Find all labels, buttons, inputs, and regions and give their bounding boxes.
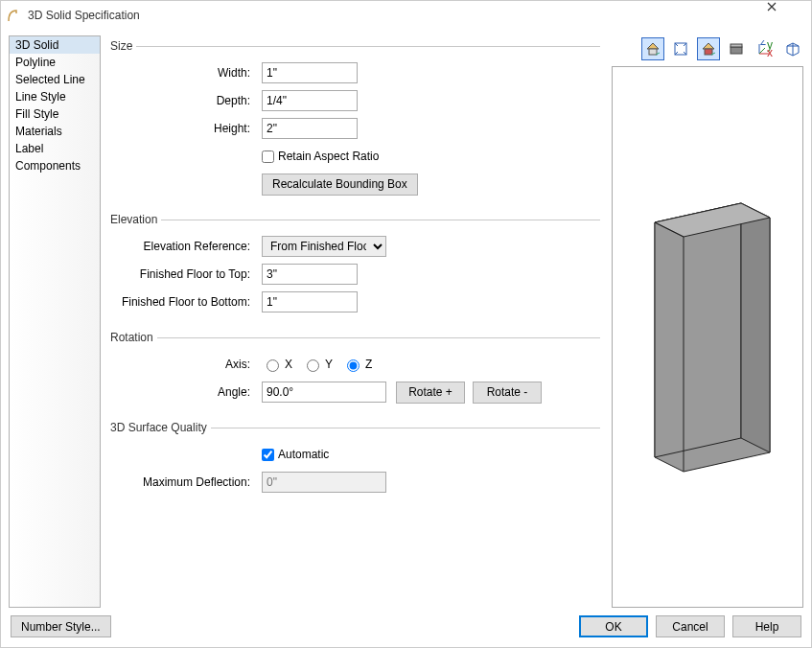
preview-column: zyx (612, 35, 803, 608)
sidebar-item-3d-solid[interactable]: 3D Solid (10, 36, 100, 54)
axis-y-radio[interactable]: Y (302, 357, 333, 372)
width-input[interactable] (262, 62, 358, 83)
size-group: Size Width: Depth: Height: (112, 39, 600, 199)
svg-rect-5 (731, 47, 742, 54)
category-list: 3D Solid Polyline Selected Line Line Sty… (10, 36, 100, 607)
recalculate-button[interactable]: Recalculate Bounding Box (262, 174, 418, 196)
house-color-icon[interactable] (697, 37, 720, 60)
depth-input[interactable] (262, 90, 358, 111)
svg-marker-12 (741, 203, 770, 452)
automatic-checkbox[interactable]: Automatic (262, 448, 329, 461)
preview-toolbar: zyx (612, 35, 803, 62)
svg-text:z: z (760, 40, 766, 48)
automatic-input[interactable] (262, 449, 274, 461)
axis-radios: X Y Z (262, 357, 372, 372)
cancel-button[interactable]: Cancel (656, 615, 725, 637)
retain-aspect-checkbox[interactable]: Retain Aspect Ratio (262, 150, 379, 163)
svg-text:x: x (767, 46, 773, 58)
height-label: Height: (112, 122, 262, 135)
svg-marker-0 (647, 43, 659, 49)
automatic-label: Automatic (278, 448, 329, 461)
sidebar-item-line-style[interactable]: Line Style (10, 88, 100, 105)
surface-quality-group: 3D Surface Quality Automatic Maximum Def… (112, 421, 600, 498)
window-title: 3D Solid Specification (28, 9, 767, 22)
max-deflection-label: Maximum Deflection: (112, 475, 262, 489)
number-style-button[interactable]: Number Style... (11, 615, 111, 637)
retain-aspect-input[interactable] (262, 150, 274, 163)
size-legend: Size (110, 39, 136, 53)
close-button[interactable] (767, 2, 805, 29)
titlebar: 3D Solid Specification (1, 1, 811, 30)
fit-icon[interactable] (669, 37, 692, 60)
close-icon (767, 2, 777, 12)
sidebar-item-label[interactable]: Label (10, 140, 100, 157)
svg-rect-4 (705, 49, 712, 55)
rotate-minus-button[interactable]: Rotate - (473, 382, 542, 404)
sidebar-item-materials[interactable]: Materials (10, 123, 100, 140)
preview-3d-solid (626, 165, 789, 510)
sidebar-item-selected-line[interactable]: Selected Line (10, 71, 100, 88)
svg-marker-3 (703, 43, 714, 49)
svg-rect-1 (649, 49, 657, 55)
elevation-ref-label: Elevation Reference: (112, 240, 262, 253)
axis-label: Axis: (112, 358, 262, 371)
axis-x-radio[interactable]: X (262, 357, 292, 372)
height-input[interactable] (262, 118, 358, 139)
svg-marker-11 (655, 203, 741, 457)
retain-aspect-label: Retain Aspect Ratio (278, 150, 379, 163)
wireframe-cube-icon[interactable] (780, 37, 803, 60)
depth-label: Depth: (112, 94, 262, 107)
sidebar-item-components[interactable]: Components (10, 157, 100, 174)
rotate-plus-button[interactable]: Rotate + (396, 382, 465, 404)
category-sidebar: 3D Solid Polyline Selected Line Line Sty… (9, 35, 101, 608)
ok-button[interactable]: OK (579, 615, 648, 637)
floor-to-top-label: Finished Floor to Top: (112, 267, 262, 281)
elevation-legend: Elevation (110, 213, 161, 226)
form-panel: Size Width: Depth: Height: (108, 35, 604, 608)
axis-z-radio[interactable]: Z (342, 357, 372, 372)
max-deflection-input (262, 472, 386, 493)
width-label: Width: (112, 66, 262, 80)
dialog-footer: Number Style... OK Cancel Help (1, 612, 811, 647)
sidebar-item-polyline[interactable]: Polyline (10, 54, 100, 71)
rotation-legend: Rotation (110, 331, 157, 344)
house-elevation-icon[interactable] (641, 37, 664, 60)
rotation-group: Rotation Axis: X Y Z Angle: Rotate + Ro (112, 331, 600, 407)
floor-to-top-input[interactable] (262, 264, 358, 285)
elevation-group: Elevation Elevation Reference: From Fini… (112, 213, 600, 317)
dialog-window: 3D Solid Specification 3D Solid Polyline… (0, 0, 812, 648)
svg-rect-6 (731, 44, 742, 47)
surface-icon[interactable] (725, 37, 748, 60)
angle-label: Angle: (112, 385, 262, 399)
floor-to-bottom-input[interactable] (262, 291, 358, 312)
help-button[interactable]: Help (732, 615, 801, 637)
floor-to-bottom-label: Finished Floor to Bottom: (112, 295, 262, 309)
dialog-body: 3D Solid Polyline Selected Line Line Sty… (1, 30, 811, 612)
angle-input[interactable] (262, 382, 386, 403)
elevation-ref-select[interactable]: From Finished Floor (262, 236, 386, 257)
sidebar-item-fill-style[interactable]: Fill Style (10, 105, 100, 123)
surface-quality-legend: 3D Surface Quality (110, 421, 211, 434)
app-icon (7, 8, 22, 23)
axes-icon[interactable]: zyx (753, 37, 776, 60)
preview-viewport[interactable] (612, 66, 803, 608)
